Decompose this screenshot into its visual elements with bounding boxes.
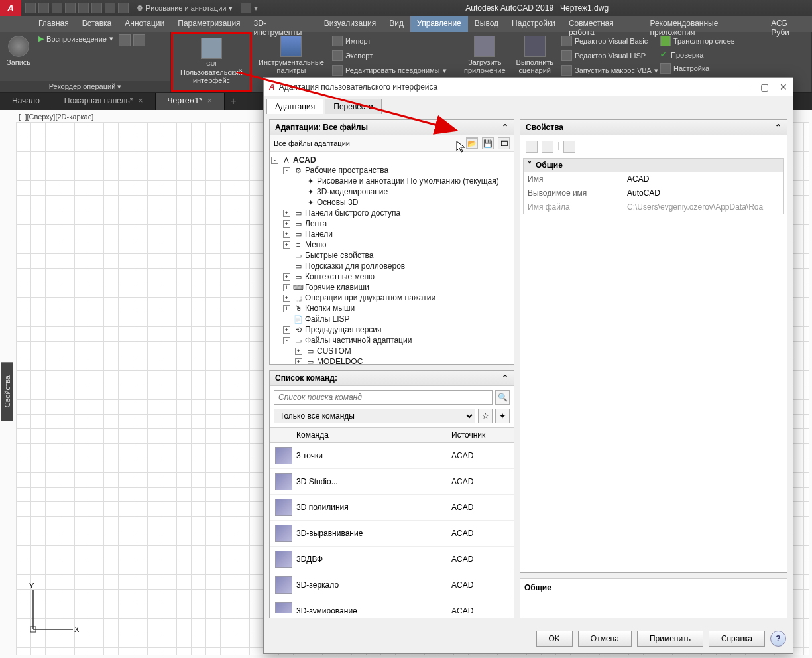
export-button[interactable]: Экспорт bbox=[332, 50, 447, 61]
qat-workspace-dropdown[interactable]: ⚙ Рисование и аннотации ▾ bbox=[133, 4, 237, 13]
edit-aliases-button[interactable]: Редактировать псевдонимы ▾ bbox=[332, 65, 447, 76]
tree-node[interactable]: ▭Подсказки для ролловеров bbox=[271, 261, 512, 271]
tree-node[interactable]: ✦3D-моделирование bbox=[271, 186, 512, 197]
ribbon-tab-9[interactable]: Надстройки bbox=[505, 16, 562, 32]
rec-opts-icon[interactable] bbox=[119, 34, 131, 46]
expand-icon[interactable]: + bbox=[283, 210, 290, 217]
tab-translate[interactable]: Перевести bbox=[325, 99, 382, 114]
cui-button[interactable]: CUI Пользовательский интерфейс bbox=[178, 36, 245, 86]
doc-tab-0[interactable]: Начало bbox=[0, 93, 52, 110]
alpha-view-icon[interactable] bbox=[542, 141, 553, 153]
tab-adaptation[interactable]: Адаптация bbox=[266, 99, 323, 114]
command-row[interactable]: 3 точкиACAD bbox=[270, 443, 514, 469]
tool-palettes-button[interactable]: Инструментальные палитры bbox=[256, 34, 327, 76]
play-button[interactable]: ▶ Воспроизведение ▾ bbox=[38, 34, 113, 43]
ribbon-tab-10[interactable]: Совместная работа bbox=[562, 16, 644, 32]
tree-node[interactable]: +▭Панели быстрого доступа bbox=[271, 208, 512, 218]
ribbon-tab-8[interactable]: Вывод bbox=[468, 16, 505, 32]
run-macro-button[interactable]: Запустить макрос VBA ▾ bbox=[561, 65, 658, 76]
ribbon-tab-6[interactable]: Вид bbox=[382, 16, 410, 32]
collapse-icon[interactable]: ⌃ bbox=[775, 123, 782, 132]
tree-node[interactable]: +⟲Предыдущая версия bbox=[271, 324, 512, 335]
qat-web-icon[interactable] bbox=[78, 3, 89, 13]
ribbon-tab-4[interactable]: 3D-инструменты bbox=[247, 16, 318, 32]
tree-node[interactable]: ✦Рисование и аннотации По умолчанию (тек… bbox=[271, 176, 512, 186]
command-row[interactable]: 3DДВФACAD bbox=[270, 547, 514, 572]
record-button[interactable]: Запись bbox=[4, 34, 33, 68]
qat-undo-icon[interactable] bbox=[105, 3, 115, 13]
qat-save-icon[interactable] bbox=[52, 3, 62, 13]
panel-label-recorder[interactable]: Рекордер операций ▾ bbox=[0, 81, 170, 92]
command-filter-select[interactable]: Только все команды bbox=[274, 409, 475, 423]
collapse-icon[interactable]: - bbox=[271, 157, 278, 164]
add-tab-button[interactable]: + bbox=[225, 93, 242, 110]
command-row[interactable]: 3D-зеркалоACAD bbox=[270, 572, 514, 598]
close-icon[interactable]: ✕ bbox=[780, 82, 787, 92]
load-app-button[interactable]: Загрузить приложение bbox=[461, 34, 508, 76]
cui-tree[interactable]: -AACAD-⚙Рабочие пространства✦Рисование и… bbox=[270, 152, 514, 364]
command-row[interactable]: 3D-выравниваниеACAD bbox=[270, 521, 514, 547]
ribbon-tab-3[interactable]: Параметризация bbox=[171, 16, 247, 32]
expand-icon[interactable]: + bbox=[295, 348, 302, 355]
property-row[interactable]: Имя файлаC:\Users\evgeniy.ozerov\AppData… bbox=[524, 200, 783, 214]
run-script-button[interactable]: Выполнить сценарий bbox=[514, 34, 556, 76]
ribbon-tab-11[interactable]: Рекомендованные приложения bbox=[643, 16, 764, 32]
expand-icon[interactable]: + bbox=[295, 358, 302, 365]
expand-icon[interactable]: + bbox=[283, 326, 290, 334]
command-row[interactable]: 3D полилинияACAD bbox=[270, 495, 514, 521]
ok-button[interactable]: OK bbox=[536, 631, 573, 647]
qat-plot-icon[interactable] bbox=[91, 3, 102, 13]
expand-icon[interactable]: + bbox=[283, 231, 290, 238]
command-table[interactable]: Команда Источник 3 точкиACAD3D Studio...… bbox=[270, 427, 514, 613]
tree-node[interactable]: +≡Меню bbox=[271, 239, 512, 250]
tree-node[interactable]: +⌨Горячие клавиши bbox=[271, 282, 512, 293]
check-button[interactable]: Проверка bbox=[660, 50, 735, 59]
chevron-down-icon[interactable]: ▾ bbox=[254, 3, 258, 13]
qat-saveas-icon[interactable] bbox=[65, 3, 76, 13]
minimize-icon[interactable]: — bbox=[740, 82, 750, 92]
ribbon-tab-0[interactable]: Главная bbox=[32, 16, 76, 32]
tree-node[interactable]: +⬚Операции при двукратном нажатии bbox=[271, 293, 512, 303]
search-icon[interactable]: 🔍 bbox=[495, 390, 510, 405]
qat-share-icon[interactable] bbox=[241, 3, 251, 13]
ribbon-tab-5[interactable]: Визуализация bbox=[318, 16, 383, 32]
col-command[interactable]: Команда bbox=[292, 428, 447, 442]
save-cui-icon[interactable]: 💾 bbox=[482, 137, 494, 149]
command-row[interactable]: 3D-зумированиеACAD bbox=[270, 598, 514, 613]
layer-translator-button[interactable]: Транслятор слоев bbox=[660, 36, 735, 46]
category-view-icon[interactable] bbox=[526, 141, 538, 153]
help-button[interactable]: Справка bbox=[709, 631, 765, 647]
close-icon[interactable]: × bbox=[207, 96, 212, 105]
collapse-icon[interactable]: - bbox=[283, 337, 290, 344]
ribbon-tab-12[interactable]: АСБ Руби bbox=[764, 16, 812, 32]
expand-icon[interactable]: + bbox=[283, 273, 290, 281]
tree-node[interactable]: -⚙Рабочие пространства bbox=[271, 165, 512, 176]
col-source[interactable]: Источник bbox=[447, 428, 514, 442]
star-filter-icon[interactable]: ☆ bbox=[478, 409, 493, 423]
expand-icon[interactable]: + bbox=[283, 241, 290, 249]
collapse-icon[interactable]: ⌃ bbox=[502, 123, 508, 132]
expand-icon[interactable]: + bbox=[283, 305, 290, 312]
tree-node[interactable]: +▭Панели bbox=[271, 229, 512, 239]
qat-new-icon[interactable] bbox=[25, 3, 36, 13]
ribbon-tab-7[interactable]: Управление bbox=[410, 16, 468, 32]
tree-node[interactable]: +▭MODELDOC bbox=[271, 356, 512, 364]
command-search-input[interactable] bbox=[274, 390, 493, 405]
properties-palette-tab[interactable]: Свойства bbox=[1, 362, 13, 421]
qat-redo-icon[interactable] bbox=[118, 3, 129, 13]
collapse-icon[interactable]: - bbox=[283, 167, 290, 174]
tree-node[interactable]: ✦Основы 3D bbox=[271, 197, 512, 208]
qat-open-icon[interactable] bbox=[38, 3, 49, 13]
ribbon-tab-1[interactable]: Вставка bbox=[76, 16, 119, 32]
expand-icon[interactable]: + bbox=[283, 284, 290, 291]
command-row[interactable]: 3D Studio...ACAD bbox=[270, 469, 514, 495]
expand-icon[interactable]: + bbox=[283, 220, 290, 228]
maximize-icon[interactable]: ▢ bbox=[760, 82, 769, 92]
vba-editor-button[interactable]: Редактор Visual Basic bbox=[561, 36, 658, 46]
save-all-cui-icon[interactable]: 🗔 bbox=[498, 137, 510, 149]
tree-node[interactable]: ▭Быстрые свойства bbox=[271, 250, 512, 261]
adaptation-filter-label[interactable]: Все файлы адаптации bbox=[274, 139, 350, 147]
tree-node[interactable]: 📄Файлы LISP bbox=[271, 314, 512, 324]
props-page-icon[interactable] bbox=[563, 141, 575, 153]
new-command-icon[interactable]: ✦ bbox=[495, 409, 510, 423]
